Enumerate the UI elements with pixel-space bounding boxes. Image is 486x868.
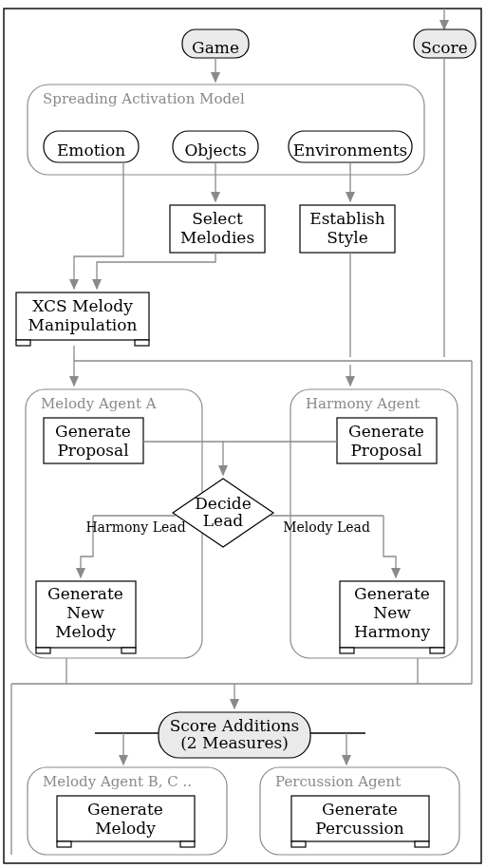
xcs-tab-l [16, 340, 30, 346]
melody-agent-a-title: Melody Agent A [41, 395, 157, 412]
gnm-l1: Generate [47, 584, 123, 603]
gnm-tab-r [122, 648, 136, 653]
gnm-l2: New [66, 603, 104, 622]
edge-emotion-xcs [74, 162, 123, 289]
scoreadd-l1: Score Additions [170, 716, 300, 735]
harmony-agent-title: Harmony Agent [306, 395, 420, 412]
gnh-tab-r [430, 648, 444, 653]
xcs-l2: Manipulation [28, 315, 138, 334]
score-label: Score [421, 38, 468, 57]
select-l2: Melodies [180, 228, 254, 247]
gen-melody-tab-r [180, 841, 195, 847]
edge-decide-newharm [383, 516, 396, 577]
melody-bc-title: Melody Agent B, C .. [43, 773, 192, 790]
gen-perc-l1: Generate [322, 800, 398, 819]
xcs-tab-r [135, 340, 149, 346]
gen-perc-tab-r [415, 841, 429, 847]
emotion-label: Emotion [57, 141, 125, 160]
gnh-l1: Generate [354, 584, 430, 603]
style-l1: Establish [309, 209, 385, 228]
gnh-l3: Harmony [354, 622, 430, 641]
gen-melody-l2: Melody [95, 819, 156, 838]
environments-label: Environments [293, 141, 407, 160]
gnh-l2: New [373, 603, 411, 622]
edge-ma-decide [143, 442, 223, 475]
ma-prop-l1: Generate [55, 422, 131, 441]
gnh-tab-l [340, 648, 354, 653]
decide-l2: Lead [203, 511, 243, 530]
gnm-tab-l [36, 648, 50, 653]
style-l2: Style [327, 228, 368, 247]
game-label: Game [192, 38, 239, 57]
xcs-l1: XCS Melody [32, 296, 133, 315]
edge-select-xcs [97, 253, 215, 289]
ha-prop-l1: Generate [348, 422, 424, 441]
ma-prop-l2: Proposal [57, 441, 128, 460]
sam-title: Spreading Activation Model [43, 90, 245, 107]
decide-l1: Decide [195, 494, 252, 513]
diagram-stage: Game Score Spreading Activation Model Em… [0, 0, 486, 868]
gen-perc-l2: Percussion [315, 819, 403, 838]
scoreadd-l2: (2 Measures) [180, 733, 289, 752]
objects-label: Objects [184, 141, 246, 160]
ha-prop-l2: Proposal [350, 441, 421, 460]
gen-melody-tab-l [57, 841, 71, 847]
select-l1: Select [192, 209, 243, 228]
melody-lead-label: Melody Lead [283, 519, 370, 535]
percussion-title: Percussion Agent [275, 773, 401, 790]
gen-melody-l1: Generate [87, 800, 163, 819]
gnm-l3: Melody [55, 622, 116, 641]
harmony-lead-label: Harmony Lead [85, 519, 185, 535]
gen-perc-tab-l [291, 841, 306, 847]
